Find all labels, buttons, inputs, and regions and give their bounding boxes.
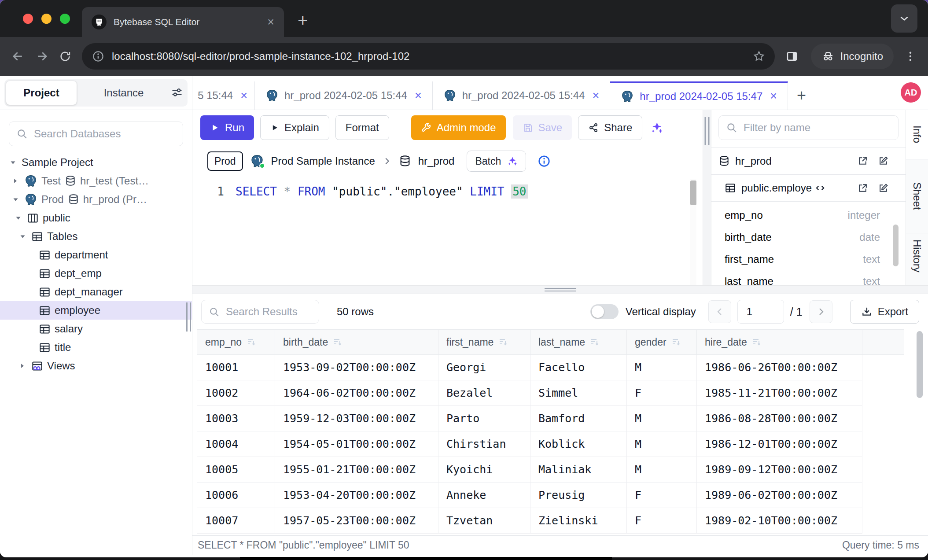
batch-button[interactable]: Batch	[467, 151, 526, 172]
column-item[interactable]: birth_date date	[725, 226, 880, 248]
instance-name[interactable]: Prod Sample Instance	[271, 155, 375, 167]
explain-button[interactable]: Explain	[260, 115, 329, 140]
run-button[interactable]: Run	[200, 115, 254, 140]
table-row[interactable]: public.employe	[711, 174, 906, 202]
user-avatar[interactable]: AD	[901, 82, 921, 103]
table-row[interactable]: 10003 1959-12-03T00:00:00Z Parto Bamford…	[197, 406, 904, 431]
prev-page-button[interactable]	[708, 300, 731, 323]
forward-icon[interactable]	[35, 50, 48, 63]
cell[interactable]: F	[627, 380, 697, 406]
format-button[interactable]: Format	[335, 115, 389, 140]
database-search[interactable]	[9, 122, 183, 146]
bookmark-star-icon[interactable]	[753, 50, 765, 63]
caret-right-icon[interactable]	[11, 178, 20, 184]
cell[interactable]: M	[627, 406, 697, 431]
cell[interactable]: F	[627, 508, 697, 534]
page-number-box[interactable]	[737, 300, 784, 324]
minimize-window-button[interactable]	[41, 14, 52, 24]
export-button[interactable]: Export	[850, 300, 919, 324]
url-text[interactable]: localhost:8080/sql-editor/prod-sample-in…	[112, 50, 746, 63]
cell[interactable]: M	[627, 457, 697, 483]
caret-down-icon[interactable]	[11, 196, 20, 203]
tree-item-views[interactable]: Views	[0, 357, 192, 375]
cell[interactable]: 10004	[197, 431, 275, 457]
editor-tab-1[interactable]: 5 15:44 ×	[192, 81, 255, 110]
tree-item-schema-public[interactable]: public	[0, 209, 192, 227]
tree-item-test-db[interactable]: Test hr_test (Test…	[0, 172, 192, 190]
cell[interactable]: Koblick	[530, 431, 627, 457]
cell[interactable]: 1985-11-21T00:00:00Z	[697, 380, 862, 406]
edit-icon[interactable]	[878, 183, 889, 194]
cell[interactable]: Maliniak	[530, 457, 627, 483]
database-row[interactable]: hr_prod	[711, 147, 906, 174]
vertical-display-toggle[interactable]	[590, 304, 619, 319]
cell[interactable]: Kyoichi	[438, 457, 530, 483]
tab-project[interactable]: Project	[6, 81, 77, 105]
table-row[interactable]: 10001 1953-09-02T00:00:00Z Georgi Facell…	[197, 355, 904, 380]
cell[interactable]: Chirstian	[438, 431, 530, 457]
cell[interactable]: Preusig	[530, 483, 627, 508]
ai-assistant-icon[interactable]	[649, 121, 663, 135]
cell[interactable]: 10006	[197, 483, 275, 508]
tree-item-prod-db[interactable]: Prod hr_prod (Pr…	[0, 190, 192, 209]
cell[interactable]: M	[627, 355, 697, 380]
close-tab-icon[interactable]: ×	[593, 89, 600, 103]
site-info-icon[interactable]	[92, 50, 105, 63]
edit-icon[interactable]	[878, 155, 889, 166]
caret-down-icon[interactable]	[13, 215, 23, 221]
splitter-handle[interactable]	[545, 288, 576, 293]
cell[interactable]: Simmel	[530, 380, 627, 406]
editor-scrollbar[interactable]	[690, 179, 696, 289]
sidebar-resize-handle[interactable]	[186, 302, 191, 332]
caret-down-icon[interactable]	[18, 233, 27, 240]
editor-tab-2[interactable]: hr_prod 2024-02-05 15:44 ×	[255, 81, 433, 110]
code-icon[interactable]	[814, 182, 826, 194]
tree-item-tables[interactable]: Tables	[0, 227, 192, 246]
cell[interactable]: 1986-08-28T00:00:00Z	[697, 406, 862, 431]
column-item[interactable]: last_name text	[725, 270, 880, 285]
cell[interactable]: 10002	[197, 380, 275, 406]
database-name[interactable]: hr_prod	[418, 155, 455, 167]
table-row[interactable]: 10004 1954-05-01T00:00:00Z Chirstian Kob…	[197, 431, 904, 457]
cell[interactable]: 1964-06-02T00:00:00Z	[275, 380, 438, 406]
rail-tab-history[interactable]: History	[906, 233, 928, 285]
close-tab-icon[interactable]: ×	[240, 89, 247, 103]
column-header[interactable]: emp_no	[197, 329, 275, 355]
cell[interactable]: F	[627, 483, 697, 508]
external-link-icon[interactable]	[857, 183, 868, 194]
tree-item-table-dept-manager[interactable]: dept_manager	[0, 283, 192, 301]
cell[interactable]: M	[627, 431, 697, 457]
sort-icon[interactable]	[246, 337, 257, 347]
table-row[interactable]: 10002 1964-06-02T00:00:00Z Bezalel Simme…	[197, 380, 904, 406]
cell[interactable]: Tzvetan	[438, 508, 530, 534]
close-tab-icon[interactable]: ×	[415, 89, 422, 103]
sort-icon[interactable]	[751, 337, 762, 347]
info-icon[interactable]	[538, 155, 551, 168]
tree-item-sample-project[interactable]: Sample Project	[0, 153, 192, 172]
cell[interactable]: 1954-05-01T00:00:00Z	[275, 431, 438, 457]
cell[interactable]: 1986-12-01T00:00:00Z	[697, 431, 862, 457]
share-button[interactable]: Share	[578, 115, 642, 140]
column-header[interactable]: last_name	[530, 329, 627, 355]
reload-icon[interactable]	[59, 50, 71, 63]
column-header[interactable]: birth_date	[275, 329, 438, 355]
panel-divider[interactable]	[703, 110, 711, 285]
sql-code-editor[interactable]: 1 SELECT * FROM "public"."employee" LIMI…	[192, 177, 703, 285]
cell[interactable]: 10007	[197, 508, 275, 534]
cell[interactable]: Bezalel	[438, 380, 530, 406]
cell[interactable]: 1955-01-21T00:00:00Z	[275, 457, 438, 483]
cell[interactable]: 10005	[197, 457, 275, 483]
rail-tab-sheet[interactable]: Sheet	[906, 159, 928, 233]
cell[interactable]: 10003	[197, 406, 275, 431]
page-number-input[interactable]	[746, 305, 777, 318]
add-sheet-button[interactable]: +	[788, 81, 815, 110]
cell[interactable]: Zielinski	[530, 508, 627, 534]
browser-menu-icon[interactable]	[904, 50, 917, 63]
close-tab-icon[interactable]: ×	[770, 89, 777, 103]
zoom-window-button[interactable]	[60, 14, 70, 24]
next-page-button[interactable]	[810, 300, 832, 323]
cell[interactable]: 10001	[197, 355, 275, 380]
editor-tab-4-active[interactable]: hr_prod 2024-02-05 15:47 ×	[610, 81, 788, 110]
schema-filter[interactable]	[718, 115, 899, 140]
cell[interactable]: 1989-09-12T00:00:00Z	[697, 457, 862, 483]
